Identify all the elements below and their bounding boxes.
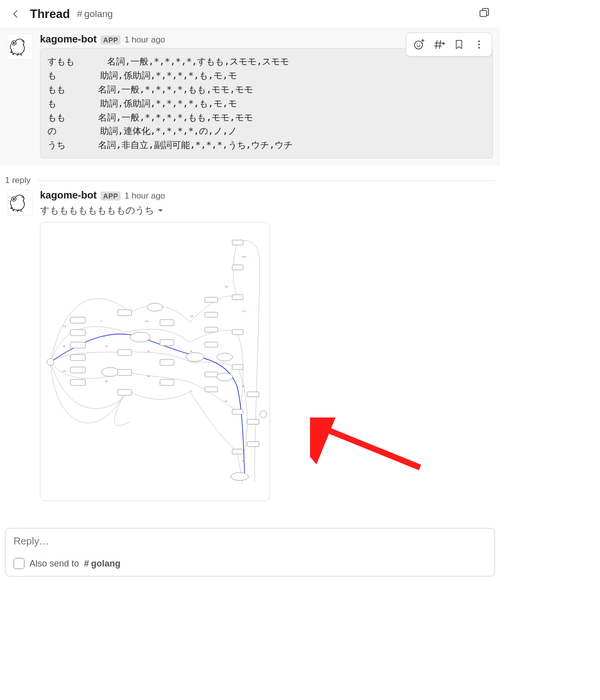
message: kagome-bot APP 1 hour ago すもも 名詞,一般,*,*,… [0, 34, 500, 158]
reply-divider: 1 reply [0, 166, 500, 190]
svg-point-43 [230, 472, 248, 480]
svg-text:122: 122 [242, 310, 246, 313]
svg-rect-11 [70, 330, 86, 336]
svg-rect-28 [205, 298, 218, 302]
svg-point-8 [13, 198, 14, 200]
lattice-graph-image: 12398201 775488 1504263 1103971 20558 30… [40, 222, 270, 500]
svg-rect-36 [232, 240, 243, 245]
hash-icon: # [77, 8, 82, 20]
reply-count: 1 reply [5, 176, 30, 186]
also-send-label: Also send to [30, 558, 79, 569]
svg-point-34 [216, 373, 232, 381]
timestamp[interactable]: 1 hour ago [124, 191, 165, 201]
svg-rect-33 [205, 387, 218, 392]
channel-link[interactable]: # golang [77, 8, 113, 20]
svg-text:201: 201 [63, 370, 66, 372]
author-name[interactable]: kagome-bot [40, 34, 96, 45]
app-badge: APP [100, 192, 120, 200]
avatar[interactable] [7, 34, 33, 60]
reply-input[interactable] [14, 536, 486, 547]
svg-rect-14 [70, 367, 86, 373]
svg-point-3 [414, 41, 422, 49]
svg-rect-38 [232, 295, 243, 300]
svg-text:205: 205 [224, 286, 228, 288]
share-channel-icon [433, 38, 445, 50]
svg-rect-40 [232, 364, 243, 370]
svg-rect-44 [247, 392, 259, 397]
svg-point-47 [260, 411, 267, 418]
chevron-down-icon[interactable] [157, 207, 164, 214]
also-send-channel[interactable]: # golang [84, 558, 120, 569]
root-message: kagome-bot APP 1 hour ago すもも 名詞,一般,*,*,… [0, 28, 500, 166]
more-actions-button[interactable] [470, 35, 488, 54]
svg-text:42: 42 [148, 350, 150, 352]
svg-rect-19 [118, 310, 132, 316]
message-text: すもももももももものうち [40, 204, 493, 217]
svg-rect-22 [118, 390, 132, 396]
svg-text:54: 54 [105, 345, 108, 348]
svg-rect-15 [70, 380, 86, 386]
svg-rect-41 [232, 410, 243, 414]
open-in-window-button[interactable] [476, 5, 492, 22]
svg-text:300: 300 [242, 256, 246, 258]
reply-message: kagome-bot APP 1 hour ago すもももももももものうち [0, 190, 500, 508]
svg-point-18 [147, 304, 163, 312]
svg-point-35 [216, 353, 232, 361]
avatar[interactable] [7, 190, 33, 216]
bookmark-icon [454, 39, 464, 50]
thread-title: Thread [30, 7, 70, 21]
svg-point-9 [47, 358, 54, 366]
svg-rect-23 [160, 320, 174, 326]
reply-composer[interactable]: Also send to # golang [5, 528, 495, 576]
svg-text:39: 39 [190, 350, 192, 352]
also-send-row: Also send to # golang [14, 558, 486, 569]
message-header: kagome-bot APP 1 hour ago [40, 190, 493, 201]
svg-text:58: 58 [224, 400, 227, 402]
svg-rect-37 [232, 265, 243, 270]
svg-rect-31 [205, 342, 218, 347]
svg-rect-0 [480, 10, 486, 16]
also-send-channel-name: golang [91, 558, 120, 569]
svg-text:44: 44 [242, 385, 244, 388]
svg-rect-32 [205, 372, 218, 377]
svg-point-2 [13, 42, 14, 44]
composer: Also send to # golang [0, 528, 500, 582]
svg-point-17 [130, 332, 150, 342]
bookmark-button[interactable] [450, 35, 468, 54]
timestamp[interactable]: 1 hour ago [124, 35, 165, 45]
svg-rect-13 [70, 354, 86, 360]
svg-rect-30 [205, 328, 218, 332]
open-window-icon [478, 7, 490, 19]
message-actions [406, 32, 492, 56]
back-icon [10, 8, 21, 20]
svg-text:98: 98 [63, 345, 66, 348]
app-badge: APP [100, 36, 120, 44]
image-attachment[interactable]: 12398201 775488 1504263 1103971 20558 30… [40, 222, 270, 501]
code-block[interactable]: すもも 名詞,一般,*,*,*,*,すもも,スモモ,スモモ も 助詞,係助詞,*… [40, 48, 493, 158]
svg-point-4 [478, 40, 480, 42]
svg-text:110: 110 [190, 316, 194, 318]
svg-rect-12 [70, 342, 86, 348]
svg-rect-26 [160, 380, 174, 386]
divider-line [38, 180, 495, 181]
svg-rect-42 [232, 449, 243, 454]
svg-rect-24 [160, 340, 174, 346]
add-reaction-icon [413, 38, 425, 50]
svg-text:88: 88 [105, 380, 108, 382]
add-reaction-button[interactable] [410, 35, 428, 54]
bot-avatar-icon [10, 36, 30, 57]
hash-icon: # [84, 558, 89, 569]
svg-rect-46 [247, 442, 259, 447]
channel-name: golang [84, 8, 113, 20]
svg-text:150: 150 [145, 320, 148, 323]
svg-rect-45 [247, 420, 259, 424]
svg-point-6 [478, 47, 480, 48]
also-send-checkbox[interactable] [14, 558, 24, 569]
svg-point-5 [478, 44, 480, 45]
svg-point-16 [101, 368, 119, 376]
message-text-content: すもももももももものうち [40, 204, 154, 217]
author-name[interactable]: kagome-bot [40, 190, 96, 201]
back-button[interactable] [8, 6, 23, 22]
share-channel-button[interactable] [430, 35, 448, 54]
svg-text:77: 77 [100, 320, 102, 323]
